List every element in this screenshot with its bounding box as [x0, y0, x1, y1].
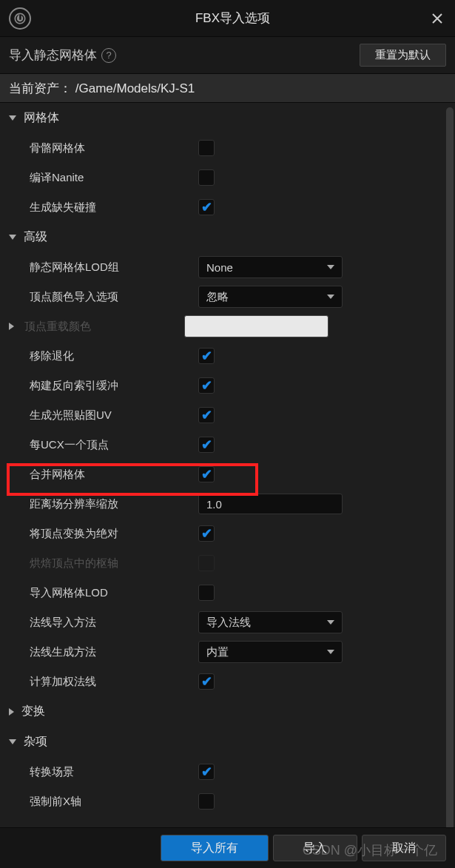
section-misc[interactable]: 杂项 [0, 727, 455, 757]
import-mesh-lod-checkbox[interactable] [198, 585, 215, 601]
bake-pivot-checkbox [198, 555, 215, 571]
build-reversed-index-label: 构建反向索引缓冲 [30, 379, 198, 393]
convert-scene-checkbox[interactable]: ✔ [198, 764, 215, 780]
current-asset-path: /Game/Models/KJ-S1 [75, 81, 195, 95]
remove-degenerates-label: 移除退化 [30, 349, 198, 363]
chevron-right-icon[interactable] [9, 323, 14, 330]
transform-vertex-absolute-checkbox[interactable]: ✔ [198, 525, 215, 542]
skeletal-mesh-label: 骨骼网格体 [30, 141, 198, 155]
section-transform-label: 变换 [21, 704, 45, 719]
normal-gen-method-label: 法线生成方法 [30, 645, 198, 659]
distance-field-res-label: 距离场分辨率缩放 [30, 497, 198, 511]
chevron-down-icon [9, 235, 16, 240]
gen-missing-collision-label: 生成缺失碰撞 [30, 201, 198, 215]
import-button[interactable]: 导入 [273, 835, 357, 861]
vertex-override-color-swatch[interactable] [184, 315, 328, 337]
chevron-down-icon [9, 739, 16, 744]
section-advanced-label: 高级 [24, 229, 47, 245]
section-misc-label: 杂项 [24, 734, 47, 750]
build-reversed-index-checkbox[interactable]: ✔ [198, 377, 215, 394]
import-all-button[interactable]: 导入所有 [161, 835, 269, 861]
dialog-title: FBX导入选项 [37, 10, 428, 27]
normal-import-method-value: 导入法线 [206, 616, 251, 630]
chevron-down-icon [327, 295, 334, 299]
vertex-color-option-label: 顶点颜色导入选项 [30, 290, 198, 304]
skeletal-mesh-checkbox[interactable] [198, 140, 215, 156]
normal-gen-method-dropdown[interactable]: 内置 [198, 641, 343, 663]
gen-missing-collision-checkbox[interactable]: ✔ [198, 199, 215, 215]
section-transform[interactable]: 变换 [0, 696, 455, 727]
chevron-down-icon [327, 650, 334, 654]
one-convex-per-ucx-label: 每UCX一个顶点 [30, 438, 198, 452]
cancel-button[interactable]: 取消 [362, 835, 446, 861]
force-front-x-checkbox[interactable] [198, 793, 215, 810]
section-mesh[interactable]: 网格体 [0, 103, 455, 133]
build-nanite-checkbox[interactable] [198, 169, 215, 186]
combine-meshes-checkbox[interactable]: ✔ [198, 466, 215, 482]
gen-lightmap-uv-label: 生成光照贴图UV [30, 408, 198, 423]
one-convex-per-ucx-checkbox[interactable]: ✔ [198, 437, 215, 453]
convert-scene-label: 转换场景 [30, 765, 198, 779]
section-advanced[interactable]: 高级 [0, 222, 455, 252]
remove-degenerates-checkbox[interactable]: ✔ [198, 348, 215, 364]
compute-weighted-normals-label: 计算加权法线 [30, 675, 198, 689]
build-nanite-label: 编译Nanite [30, 171, 198, 185]
force-front-x-label: 强制前X轴 [30, 795, 198, 809]
normal-gen-method-value: 内置 [206, 645, 229, 659]
chevron-down-icon [327, 265, 334, 269]
scrollbar[interactable] [446, 107, 454, 828]
distance-field-res-input[interactable] [198, 494, 343, 514]
gen-lightmap-uv-checkbox[interactable]: ✔ [198, 407, 215, 423]
normal-import-method-label: 法线导入方法 [30, 616, 198, 630]
bake-pivot-label: 烘焙顶点中的枢轴 [30, 556, 198, 571]
lod-group-value: None [206, 261, 233, 274]
vertex-color-option-dropdown[interactable]: 忽略 [198, 286, 343, 308]
vertex-color-option-value: 忽略 [206, 290, 229, 304]
lod-group-dropdown[interactable]: None [198, 256, 343, 278]
transform-vertex-absolute-label: 将顶点变换为绝对 [30, 527, 198, 541]
ue-logo-icon [9, 7, 31, 30]
chevron-down-icon [9, 115, 16, 121]
import-mode-label: 导入静态网格体 [9, 47, 97, 64]
normal-import-method-dropdown[interactable]: 导入法线 [198, 611, 343, 633]
compute-weighted-normals-checkbox[interactable]: ✔ [198, 673, 215, 690]
combine-meshes-label: 合并网格体 [30, 468, 198, 482]
import-mesh-lod-label: 导入网格体LOD [30, 586, 198, 600]
chevron-down-icon [327, 620, 334, 625]
current-asset-label: 当前资产： [9, 81, 72, 95]
chevron-right-icon [9, 708, 14, 716]
section-mesh-label: 网格体 [24, 110, 59, 126]
reset-to-default-button[interactable]: 重置为默认 [360, 44, 446, 67]
close-button[interactable] [428, 10, 446, 27]
vertex-override-color-label: 顶点重载颜色 [24, 320, 184, 334]
lod-group-label: 静态网格体LOD组 [30, 260, 198, 275]
help-icon[interactable]: ? [101, 48, 116, 63]
